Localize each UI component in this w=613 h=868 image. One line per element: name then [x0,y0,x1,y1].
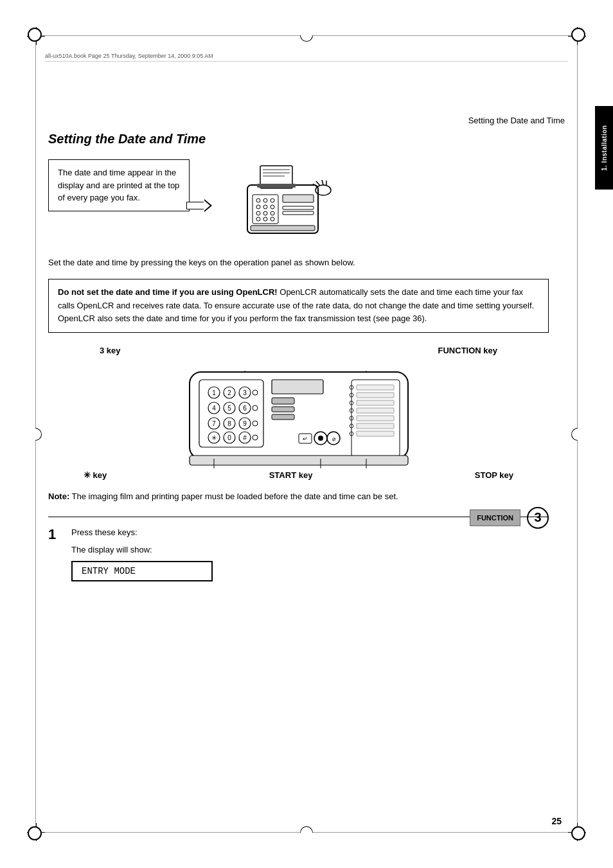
svg-rect-22 [283,206,314,209]
svg-line-27 [316,181,320,186]
display-box: ENTRY MODE [71,561,213,581]
svg-point-19 [263,217,267,221]
svg-rect-62 [272,407,294,412]
header-line: all-ux510A.book Page 25 Thursday, Septem… [45,53,568,62]
page-title: Setting the Date and Time [48,132,549,146]
edge-mark-top [300,35,313,42]
page-header-right: Setting the Date and Time [468,116,565,125]
svg-point-15 [256,211,260,215]
callout-text: The date and time appear in the display … [58,168,179,202]
svg-rect-85 [190,456,408,465]
svg-rect-24 [251,226,315,231]
svg-text:✳: ✳ [211,434,217,441]
svg-rect-76 [357,423,394,429]
diagram-bottom-labels: ✳ key START key STOP key [48,470,549,490]
edge-mark-bottom [300,826,313,833]
section-title-header: Setting the Date and Time [468,116,565,125]
svg-rect-75 [357,416,394,421]
step-1-content: FUNCTION 3 Press these keys: The display… [71,526,549,581]
start-key-label: START key [269,470,313,480]
svg-text:↵: ↵ [303,436,308,442]
svg-rect-77 [357,431,394,436]
warning-bold-text: Do not set the date and time if you are … [58,287,274,297]
svg-point-14 [271,205,274,209]
edge-mark-left [35,428,42,441]
step-1-keys: FUNCTION 3 [470,507,549,529]
sidebar-tab: 1. Installation [595,106,613,190]
file-info: all-ux510A.book Page 25 Thursday, Septem… [45,53,213,59]
svg-point-10 [263,199,267,202]
svg-rect-23 [283,211,314,215]
function-key-label: FUNCTION key [438,346,497,355]
svg-text:⌀: ⌀ [332,436,335,442]
svg-text:5: 5 [227,405,231,412]
keypad-diagram-container: 1 2 3 4 5 6 7 8 9 ✳ [48,359,549,472]
warning-bold-suffix: ! [274,287,277,297]
svg-rect-74 [357,408,394,413]
edge-mark-right [571,428,578,441]
svg-text:7: 7 [212,420,216,427]
svg-point-17 [271,211,274,215]
note-body: The imaging film and printing paper must… [69,492,398,501]
svg-point-11 [271,199,274,202]
svg-text:3: 3 [243,389,247,396]
svg-point-13 [263,205,267,209]
diagram-top-labels: 3 key FUNCTION key [48,346,549,359]
note-label: Note: [48,492,69,501]
circle-top-left [28,28,42,42]
step-1-section: 1 FUNCTION 3 Press these keys: The displ… [48,526,549,581]
svg-rect-60 [272,380,323,394]
svg-point-20 [271,217,274,221]
step-1-number: 1 [48,526,64,581]
page-number: 25 [551,816,562,826]
step-1-display-label: The display will show: [71,544,549,557]
warning-bold: Do not set the date and time if you are … [58,287,280,297]
warning-box: Do not set the date and time if you are … [48,279,549,333]
circle-bottom-left [28,826,42,840]
fax-machine-illustration [228,159,337,243]
description-text: Set the date and time by pressing the ke… [48,256,549,270]
function-key-button: FUNCTION [470,509,520,526]
sidebar-label: 1. Installation [601,125,608,170]
svg-text:9: 9 [243,420,247,427]
circle-top-right [571,28,585,42]
svg-point-52 [253,421,258,426]
svg-rect-63 [272,414,294,420]
svg-point-59 [253,435,258,440]
svg-rect-7 [257,184,296,188]
svg-point-38 [253,390,258,395]
svg-point-45 [253,405,258,411]
main-content: Setting the Date and Time The date and t… [48,132,549,588]
svg-text:6: 6 [243,405,247,412]
svg-rect-72 [357,393,394,398]
svg-text:#: # [243,434,247,441]
svg-point-12 [256,205,260,209]
star-key-label: ✳ key [84,470,107,480]
svg-rect-73 [357,400,394,405]
svg-rect-61 [272,398,294,404]
svg-text:1: 1 [212,389,216,396]
svg-point-9 [256,199,260,202]
svg-point-67 [318,436,323,441]
callout-box: The date and time appear in the display … [48,159,190,211]
stop-key-label: STOP key [475,470,513,480]
svg-text:2: 2 [227,389,231,396]
svg-text:8: 8 [227,420,231,427]
svg-rect-21 [283,195,314,202]
three-key-label: 3 key [100,346,121,355]
callout-arrow-svg [186,199,212,212]
svg-rect-71 [357,385,394,390]
fax-illustration-container [228,159,337,245]
svg-text:4: 4 [212,405,216,412]
svg-point-16 [263,211,267,215]
note-text: Note: The imaging film and printing pape… [48,490,549,504]
svg-line-28 [322,180,323,185]
callout-area: The date and time appear in the display … [48,159,549,245]
keypad-diagram-svg: 1 2 3 4 5 6 7 8 9 ✳ [177,359,421,472]
circle-bottom-right [571,826,585,840]
svg-point-18 [256,217,260,221]
svg-text:0: 0 [227,434,231,441]
number-3-circle: 3 [527,507,549,529]
